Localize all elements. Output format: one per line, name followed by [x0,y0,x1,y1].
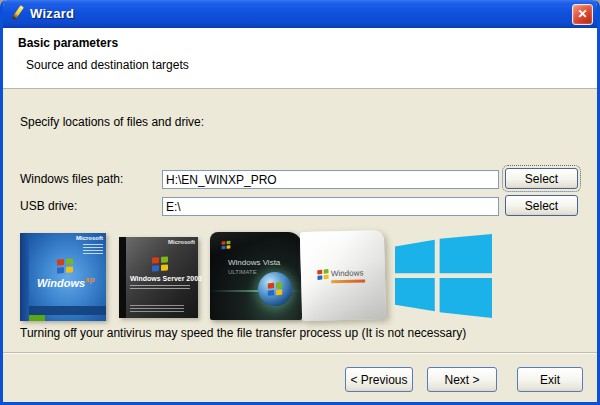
usb-drive-label: USB drive: [20,199,77,213]
vista-box-title: Windows Vista [228,258,280,267]
select-windows-files-button[interactable]: Select [505,168,578,189]
titlebar[interactable]: Wizard ✕ [0,0,600,28]
close-button[interactable]: ✕ [572,4,593,25]
xp-box-suffix: xp [85,275,94,284]
next-button[interactable]: Next > [427,367,497,392]
windows-xp-box-image: Microsoft Windowsxp [20,233,106,321]
antivirus-note: Turning off your antivirus may speed the… [20,326,466,340]
microsoft-brand-text: Microsoft [76,235,103,241]
wizard-dialog: Wizard ✕ Basic parameters Source and des… [0,0,600,405]
windows-7-box-image: Windows [300,230,386,321]
previous-button[interactable]: < Previous [345,367,413,392]
windows-flag-icon [57,258,73,273]
footer-separator [3,352,597,354]
select-usb-drive-button[interactable]: Select [505,195,578,216]
windows-flag-icon [317,269,328,280]
windows-flag-icon [152,256,168,271]
microsoft-brand-text: Microsoft [168,239,195,245]
step-subtitle: Source and destination targets [26,58,189,72]
window-title: Wizard [30,6,74,21]
windows-files-path-input[interactable] [162,170,499,189]
windows-flag-icon [222,241,231,249]
usb-drive-input[interactable] [162,197,499,216]
close-icon: ✕ [577,7,587,21]
windows-8-logo-icon [395,234,492,318]
vista-box-edition: ULTIMATE [228,269,257,275]
vista-orb-icon [258,272,292,306]
step-title: Basic parameters [18,36,118,50]
xp-box-title: Windows [37,277,85,289]
win7-box-title: Windows [331,268,364,278]
wizard-app-icon [10,5,26,22]
windows-server-2003-box-image: Microsoft Windows Server 2003 [119,237,198,318]
exit-button[interactable]: Exit [517,367,583,392]
server-box-title: Windows Server 2003 [130,275,202,282]
instruction-text: Specify locations of files and drive: [20,115,204,129]
windows-vista-box-image: Windows Vista ULTIMATE [210,232,302,320]
windows-files-path-label: Windows files path: [20,172,123,186]
wizard-step-header: Basic parameters Source and destination … [3,28,597,89]
